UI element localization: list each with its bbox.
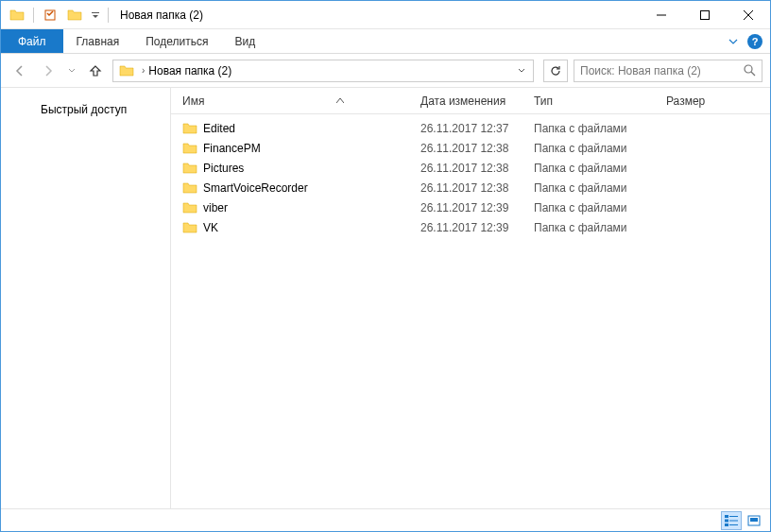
file-row[interactable]: FinancePM26.11.2017 12:38Папка с файлами [171,138,770,158]
file-name-cell: viber [171,200,420,215]
svg-rect-9 [729,516,738,517]
svg-rect-12 [725,523,728,526]
file-type: Папка с файлами [534,162,666,175]
file-date: 26.11.2017 12:38 [420,162,534,175]
qat-dropdown-icon[interactable] [89,5,102,26]
file-name-cell: Edited [171,121,420,136]
column-header-size[interactable]: Размер [666,94,742,108]
separator [33,8,34,23]
column-headers: Имя Дата изменения Тип Размер [171,88,770,114]
address-dropdown-icon[interactable] [512,67,531,75]
search-input[interactable]: Поиск: Новая папка (2) [574,60,762,82]
tab-home[interactable]: Главная [63,29,133,53]
file-row[interactable]: VK26.11.2017 12:39Папка с файлами [171,217,770,237]
svg-rect-10 [725,519,728,522]
file-type: Папка с файлами [534,122,666,135]
refresh-button[interactable] [543,60,568,82]
window-title: Новая папка (2) [120,9,203,22]
folder-icon [182,141,197,156]
column-name-label: Имя [182,94,204,108]
svg-rect-8 [725,515,728,518]
view-details-button[interactable] [721,511,742,530]
file-date: 26.11.2017 12:39 [420,201,534,215]
file-list: Edited26.11.2017 12:37Папка с файламиFin… [171,114,770,237]
help-icon[interactable]: ? [747,34,762,49]
file-name: SmartVoiceRecorder [203,181,308,195]
maximize-button[interactable] [683,1,727,29]
view-large-icons-button[interactable] [744,511,764,530]
ribbon-right: ? [728,29,770,53]
sidebar-item-quick-access[interactable]: Быстрый доступ [1,101,170,118]
file-row[interactable]: Pictures26.11.2017 12:38Папка с файлами [171,158,770,178]
folder-icon [182,121,197,136]
file-name-cell: Pictures [171,161,420,176]
file-name: VK [203,221,218,234]
folder-icon [182,180,197,196]
file-list-pane: Имя Дата изменения Тип Размер Edited26.1… [171,88,770,508]
ribbon: Файл Главная Поделиться Вид ? [1,29,770,54]
file-row[interactable]: Edited26.11.2017 12:37Папка с файлами [171,118,770,138]
minimize-button[interactable] [640,1,683,29]
back-button[interactable] [9,60,31,82]
file-type: Папка с файлами [534,181,666,195]
file-date: 26.11.2017 12:38 [420,142,534,155]
address-bar[interactable]: › Новая папка (2) [112,60,534,82]
folder-icon [115,63,138,78]
file-type: Папка с файлами [534,201,666,215]
file-row[interactable]: SmartVoiceRecorder26.11.2017 12:38Папка … [171,178,770,197]
window-controls [640,1,770,29]
file-name: Pictures [203,162,244,175]
file-type: Папка с файлами [534,221,666,234]
content-area: Быстрый доступ Имя Дата изменения Тип Ра… [1,88,770,508]
svg-rect-1 [92,12,99,13]
up-button[interactable] [84,60,107,82]
file-type: Папка с файлами [534,142,666,155]
folder-icon [182,200,197,215]
svg-rect-11 [729,520,738,521]
svg-rect-13 [729,524,738,525]
folder-icon [182,220,197,235]
breadcrumb-segment[interactable]: Новая папка (2) [148,64,231,77]
svg-line-7 [751,72,755,76]
statusbar [1,508,770,531]
sort-indicator-icon [336,98,344,103]
file-date: 26.11.2017 12:37 [420,122,534,135]
chevron-right-icon[interactable]: › [138,65,148,76]
tab-file[interactable]: Файл [1,29,63,53]
column-header-date[interactable]: Дата изменения [420,94,534,108]
new-folder-icon[interactable] [64,5,85,26]
expand-ribbon-icon[interactable] [728,37,738,46]
column-header-name[interactable]: Имя [171,94,420,108]
navigation-pane: Быстрый доступ [1,88,171,508]
svg-rect-3 [701,10,710,19]
folder-icon [182,161,197,176]
svg-rect-15 [750,518,758,522]
tab-share[interactable]: Поделиться [132,29,221,53]
file-name: viber [203,201,228,215]
file-row[interactable]: viber26.11.2017 12:39Папка с файлами [171,197,770,217]
quick-access-toolbar: Новая папка (2) [1,5,203,26]
separator [108,8,109,23]
file-name: Edited [203,122,235,135]
file-name-cell: SmartVoiceRecorder [171,180,420,196]
search-icon [744,64,756,77]
close-button[interactable] [727,1,770,29]
file-name-cell: VK [171,220,420,235]
properties-icon[interactable] [40,5,60,26]
file-name: FinancePM [203,142,261,155]
titlebar: Новая папка (2) [1,1,770,29]
folder-icon [7,5,27,26]
search-placeholder: Поиск: Новая папка (2) [580,64,701,77]
navbar: › Новая папка (2) Поиск: Новая папка (2) [1,54,770,88]
tab-view[interactable]: Вид [221,29,268,53]
file-date: 26.11.2017 12:39 [420,221,534,234]
column-header-type[interactable]: Тип [534,94,666,108]
file-name-cell: FinancePM [171,141,420,156]
svg-point-6 [745,65,752,73]
file-date: 26.11.2017 12:38 [420,181,534,195]
forward-button[interactable] [37,60,60,82]
explorer-window: Новая папка (2) Файл Главная Поделиться … [0,0,771,532]
history-dropdown-icon[interactable] [65,60,78,82]
